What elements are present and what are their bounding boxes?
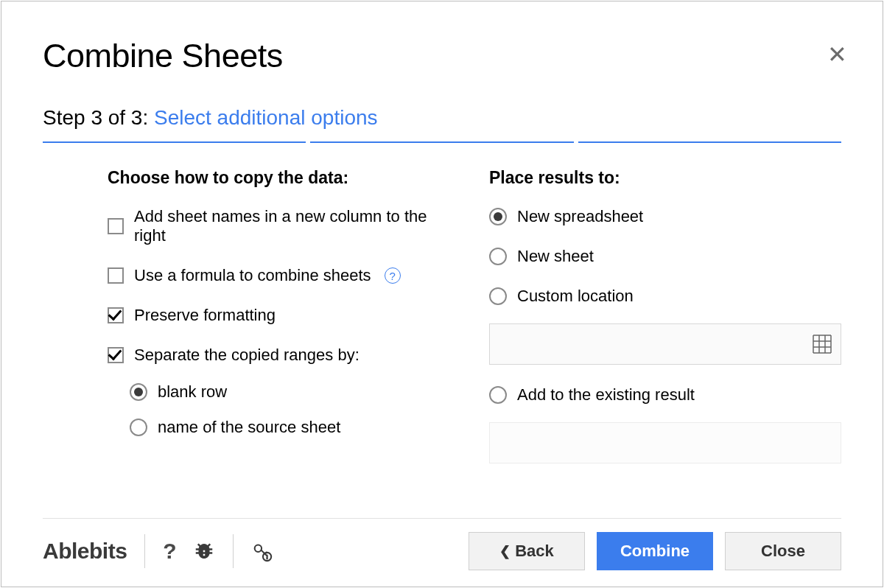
options-columns: Choose how to copy the data: Add sheet n… bbox=[43, 168, 841, 463]
footer-buttons: ❮ Back Combine Close bbox=[469, 532, 841, 570]
radio-icon bbox=[130, 383, 147, 401]
opt-label: New spreadsheet bbox=[517, 207, 643, 226]
progress-seg-1 bbox=[43, 141, 306, 143]
close-button[interactable]: Close bbox=[725, 532, 841, 570]
button-label: Combine bbox=[620, 542, 690, 561]
opt-label: Add to the existing result bbox=[517, 385, 695, 405]
radio-icon bbox=[130, 419, 147, 436]
key-info-icon[interactable] bbox=[251, 540, 273, 562]
divider bbox=[233, 534, 234, 568]
step-subtitle: Select additional options bbox=[154, 106, 378, 129]
back-button[interactable]: ❮ Back bbox=[469, 532, 585, 570]
left-heading: Choose how to copy the data: bbox=[108, 168, 460, 188]
opt-label: New sheet bbox=[517, 247, 594, 266]
opt-label: Custom location bbox=[517, 287, 634, 306]
combine-button[interactable]: Combine bbox=[597, 532, 713, 570]
opt-label: Separate the copied ranges by: bbox=[134, 346, 359, 365]
opt-separate-ranges[interactable]: Separate the copied ranges by: bbox=[108, 346, 460, 365]
opt-add-sheet-names[interactable]: Add sheet names in a new column to the r… bbox=[108, 207, 460, 245]
left-column: Choose how to copy the data: Add sheet n… bbox=[108, 168, 460, 463]
svg-point-8 bbox=[254, 545, 261, 552]
help-icon[interactable]: ? bbox=[385, 267, 401, 284]
opt-new-sheet[interactable]: New sheet bbox=[489, 247, 841, 266]
opt-label: name of the source sheet bbox=[158, 418, 340, 437]
progress-seg-2 bbox=[310, 141, 573, 143]
dialog-title: Combine Sheets bbox=[43, 37, 283, 75]
dialog-header: Combine Sheets ✕ bbox=[43, 37, 841, 75]
opt-blank-row[interactable]: blank row bbox=[130, 382, 460, 402]
radio-icon bbox=[489, 386, 507, 404]
progress-bar bbox=[43, 141, 841, 143]
separator-options: blank row name of the source sheet bbox=[108, 382, 460, 437]
checkbox-icon bbox=[108, 347, 124, 363]
progress-seg-3 bbox=[578, 141, 841, 143]
step-indicator: Step 3 of 3: Select additional options bbox=[43, 106, 841, 130]
right-column: Place results to: New spreadsheet New sh… bbox=[489, 168, 841, 463]
radio-icon bbox=[489, 248, 507, 265]
brand-logo: Ablebits bbox=[43, 539, 127, 564]
close-icon[interactable]: ✕ bbox=[827, 43, 847, 66]
bug-icon[interactable] bbox=[193, 540, 215, 562]
opt-use-formula[interactable]: Use a formula to combine sheets ? bbox=[108, 266, 460, 285]
button-label: Back bbox=[515, 542, 554, 561]
opt-preserve-formatting[interactable]: Preserve formatting bbox=[108, 306, 460, 325]
opt-source-name[interactable]: name of the source sheet bbox=[130, 418, 460, 437]
opt-label: Use a formula to combine sheets bbox=[134, 266, 371, 285]
right-heading: Place results to: bbox=[489, 168, 841, 188]
radio-icon bbox=[489, 208, 507, 225]
existing-result-input[interactable] bbox=[489, 422, 841, 463]
checkbox-icon bbox=[108, 307, 124, 323]
opt-label: Preserve formatting bbox=[134, 306, 276, 325]
opt-add-existing[interactable]: Add to the existing result bbox=[489, 385, 841, 405]
radio-icon bbox=[489, 287, 507, 305]
checkbox-icon bbox=[108, 267, 124, 284]
chevron-left-icon: ❮ bbox=[499, 543, 511, 559]
help-icon[interactable]: ? bbox=[163, 539, 176, 564]
opt-label: Add sheet names in a new column to the r… bbox=[134, 207, 460, 245]
opt-label: blank row bbox=[158, 382, 227, 402]
combine-sheets-dialog: Combine Sheets ✕ Step 3 of 3: Select add… bbox=[1, 1, 883, 587]
opt-custom-location[interactable]: Custom location bbox=[489, 287, 841, 306]
checkbox-icon bbox=[108, 218, 124, 234]
step-prefix: Step 3 of 3: bbox=[43, 106, 154, 129]
opt-new-spreadsheet[interactable]: New spreadsheet bbox=[489, 207, 841, 226]
grid-select-icon[interactable] bbox=[813, 335, 832, 354]
custom-location-input[interactable] bbox=[489, 323, 841, 365]
divider bbox=[144, 534, 145, 568]
button-label: Close bbox=[761, 542, 805, 561]
dialog-footer: Ablebits ? ❮ Back Combine C bbox=[43, 519, 841, 587]
